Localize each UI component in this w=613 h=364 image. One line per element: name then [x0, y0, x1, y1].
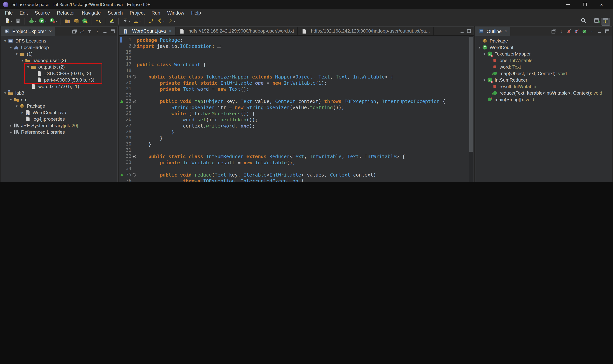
menu-window[interactable]: Window	[164, 9, 188, 16]
code-line[interactable]: 19 public static class TokenizerMapper e…	[120, 74, 468, 80]
view-menu-icon[interactable]: ⋮	[94, 28, 101, 35]
menu-project[interactable]: Project	[126, 9, 148, 16]
menu-file[interactable]: File	[1, 9, 16, 16]
collapse-all-icon[interactable]	[71, 28, 78, 35]
tree-item[interactable]: ▾src	[1, 96, 117, 103]
code-line[interactable]: 25 while (itr.hasMoreTokens()) {	[120, 110, 468, 117]
chevron-down-icon[interactable]: ▾	[14, 104, 19, 108]
menu-help[interactable]: Help	[188, 9, 204, 16]
outline-item[interactable]: one : IntWritable	[476, 57, 612, 64]
code-line[interactable]: 18	[120, 67, 468, 74]
tab-project-explorer[interactable]: Project Explorer ×	[1, 27, 55, 36]
dropdown-arrow-icon[interactable]: ▾	[129, 20, 130, 23]
menu-refactor[interactable]: Refactor	[53, 9, 79, 16]
chevron-right-icon[interactable]: ▸	[8, 130, 13, 134]
editor-tab[interactable]: hdfs://192.168.242.129:9000/hadoop-user/…	[298, 27, 434, 35]
code-line[interactable]: 20 private final static IntWritable one …	[120, 80, 468, 86]
code-line[interactable]: 1package Package;	[120, 37, 468, 43]
dropdown-arrow-icon[interactable]: ▾	[11, 20, 12, 23]
code-line[interactable]: 33 private IntWritable result = new IntW…	[120, 159, 468, 165]
code-line[interactable]: 34	[120, 165, 468, 171]
tree-item[interactable]: ▾LocalHadoop	[1, 44, 117, 51]
sort-icon[interactable]: ↕	[558, 28, 565, 35]
close-icon[interactable]: ×	[169, 28, 172, 34]
fold-expanded-icon[interactable]	[132, 75, 136, 78]
close-button[interactable]: ×	[593, 0, 610, 9]
code-line[interactable]: 28 }	[120, 129, 468, 135]
outline-item[interactable]: Package	[476, 38, 612, 44]
code-line[interactable]: 35 public void reduce(Text key, Iterable…	[120, 171, 468, 178]
new-wizard-button[interactable]: ▾	[3, 17, 13, 26]
outline-item[interactable]: Smain(String[]) : void	[476, 96, 612, 103]
save-button[interactable]	[13, 17, 22, 26]
code-line[interactable]: 21 private Text word = new Text();	[120, 86, 468, 92]
maximize-button[interactable]	[576, 0, 593, 9]
outline-item[interactable]: ▾CWordCount	[476, 44, 612, 51]
folded-region-indicator[interactable]	[217, 45, 221, 48]
code-line[interactable]: 2import java.io.IOException;	[120, 43, 468, 49]
code-line[interactable]: 24 StringTokenizer itr = new StringToken…	[120, 104, 468, 110]
minimize-icon[interactable]	[102, 28, 108, 35]
code-line[interactable]: 36 throws IOException, InterruptedExcept…	[120, 178, 468, 182]
tree-item[interactable]: ▾Package	[1, 103, 117, 109]
scrollbar-thumb[interactable]	[469, 37, 473, 152]
run-external-tools-button[interactable]: ▾	[48, 17, 58, 26]
new-java-project-button[interactable]: J	[63, 17, 72, 26]
code-line[interactable]: 17public class WordCount {	[120, 61, 468, 67]
maximize-icon[interactable]	[604, 28, 611, 35]
fold-collapsed-icon[interactable]	[132, 44, 136, 48]
back-button[interactable]: ▾	[156, 17, 166, 26]
menu-navigate[interactable]: Navigate	[78, 9, 104, 16]
editor-tab[interactable]: hdfs://192.168.242.129:9000/hadoop-user/…	[175, 27, 298, 35]
code-line[interactable]: 15	[120, 49, 468, 55]
menu-run[interactable]: Run	[148, 9, 164, 16]
previous-annotation-button[interactable]: ▾	[121, 17, 131, 26]
minimize-icon[interactable]	[596, 28, 603, 35]
outline-item[interactable]: result : IntWritable	[476, 83, 612, 90]
collapse-all-icon[interactable]	[550, 28, 557, 35]
outline-item[interactable]: ▾CSIntSumReducer	[476, 77, 612, 83]
open-perspective-button[interactable]	[593, 17, 601, 26]
tree-item[interactable]: ▸Referenced Libraries	[1, 129, 117, 135]
chevron-right-icon[interactable]: ▸	[8, 124, 13, 127]
filter-icon[interactable]	[86, 28, 93, 35]
maximize-icon[interactable]	[109, 28, 116, 35]
java-perspective-button[interactable]: J	[601, 17, 610, 26]
menu-search[interactable]: Search	[104, 9, 126, 16]
mark-occurrences-button[interactable]	[108, 17, 116, 26]
debug-button[interactable]: ▾	[27, 17, 37, 26]
chevron-down-icon[interactable]: ▾	[3, 91, 8, 95]
tree-item[interactable]: ▾hadoop-user (2)	[1, 57, 117, 64]
code-line[interactable]: 32 public static class IntSumReducer ext…	[120, 153, 468, 159]
editor-minimize-icon[interactable]	[459, 27, 466, 35]
fold-expanded-icon[interactable]	[132, 155, 136, 158]
link-with-editor-icon[interactable]: ⇄	[79, 28, 85, 35]
code-line[interactable]: 27 context.write(word, one);	[120, 123, 468, 129]
dropdown-arrow-icon[interactable]: ▾	[45, 20, 47, 23]
hide-fields-icon[interactable]	[565, 28, 573, 35]
tree-item[interactable]: ▾lab3	[1, 90, 117, 96]
view-menu-icon[interactable]: ⋮	[588, 28, 595, 35]
chevron-down-icon[interactable]: ▾	[482, 78, 487, 82]
tree-item[interactable]: ▾DFS Locations	[1, 38, 117, 44]
close-icon[interactable]: ×	[505, 28, 507, 34]
hide-static-members-icon[interactable]: S	[573, 28, 580, 35]
new-java-package-button[interactable]	[72, 17, 80, 26]
code-line[interactable]: 30 }	[120, 141, 468, 147]
code-line[interactable]: 29 }	[120, 135, 468, 141]
chevron-down-icon[interactable]: ▾	[8, 45, 13, 49]
dropdown-arrow-icon[interactable]: ▾	[174, 20, 175, 23]
search-button[interactable]	[579, 17, 588, 26]
tree-item[interactable]: log4j.properties	[1, 116, 117, 122]
chevron-down-icon[interactable]: ▾	[3, 39, 8, 43]
search-flashlight-button[interactable]	[94, 17, 103, 26]
tab-outline[interactable]: Outline ×	[476, 27, 510, 36]
tree-item[interactable]: word.txt (77.0 b, r1)	[1, 83, 117, 90]
editor-vertical-scrollbar[interactable]	[469, 36, 473, 182]
outline-item[interactable]: ▾CSTokenizerMapper	[476, 51, 612, 57]
menu-source[interactable]: Source	[31, 9, 53, 16]
dropdown-arrow-icon[interactable]: ▾	[139, 20, 141, 23]
code-line[interactable]: 23 public void map(Object key, Text valu…	[120, 98, 468, 104]
tree-item[interactable]: ▸JWordCount.java	[1, 109, 117, 116]
dropdown-arrow-icon[interactable]: ▾	[35, 20, 36, 23]
